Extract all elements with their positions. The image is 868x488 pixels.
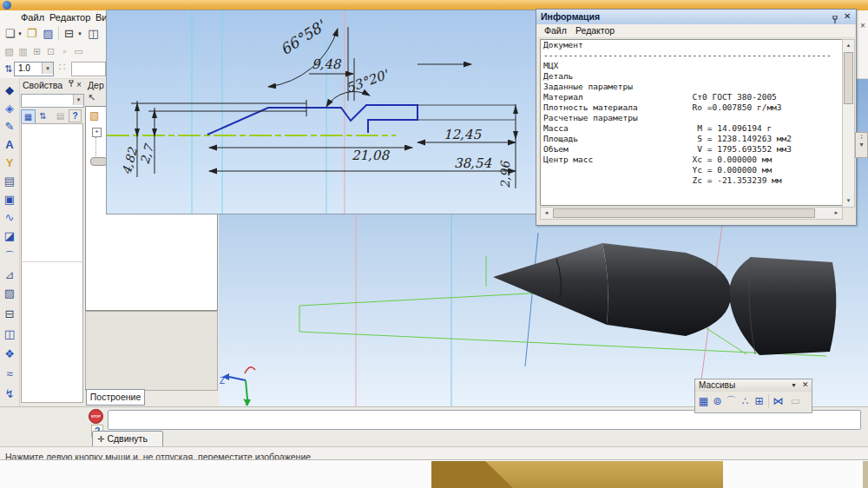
pan-command-tab[interactable]: ✛Сдвинуть xyxy=(92,431,163,448)
disabled-array-icon[interactable]: ▭ xyxy=(789,393,802,409)
curve-array-icon[interactable]: ⌒ xyxy=(725,393,738,409)
scroll-left-icon[interactable]: ◄ xyxy=(541,208,552,219)
grid-array-icon[interactable]: ▦ xyxy=(697,393,710,409)
floating-close-icon[interactable]: × xyxy=(858,21,868,31)
properties-combo[interactable]: ▾ xyxy=(21,94,84,108)
scroll-up-icon[interactable]: ▲ xyxy=(843,40,854,51)
sketch-profile[interactable] xyxy=(207,105,418,135)
toolbar-empty-field[interactable] xyxy=(71,62,106,76)
tab-construction[interactable]: Построение xyxy=(86,389,145,406)
hscroll-thumb[interactable] xyxy=(553,208,815,218)
info-close-icon[interactable]: ✕ xyxy=(844,11,851,21)
info-line: Заданные параметры xyxy=(541,82,842,92)
tool-filter-icon[interactable]: Y xyxy=(2,155,17,173)
grid-dots-icon[interactable]: ∷ xyxy=(56,60,69,74)
tool-plane-icon[interactable]: ◈ xyxy=(2,100,17,118)
print-icon[interactable]: ⊟ xyxy=(62,25,76,43)
page-bottom-strip xyxy=(0,459,868,488)
mirror-array-icon[interactable]: ⋈ xyxy=(772,393,785,409)
properties-body xyxy=(21,123,83,403)
tree-expand-icon[interactable]: + xyxy=(92,128,102,137)
info-line: МЦХ xyxy=(541,61,842,71)
selection-area-icon[interactable]: ▭ xyxy=(72,44,85,58)
axis-y-label: Y xyxy=(243,398,249,406)
information-titlebar[interactable]: Информация ✕ xyxy=(536,10,856,24)
part-icon[interactable]: ▧ xyxy=(89,109,99,122)
tree-connector xyxy=(95,137,97,156)
copy-object-icon[interactable]: ▧ xyxy=(3,44,16,58)
dim-296: 2,96 xyxy=(498,161,512,188)
props-grid-icon[interactable]: ▦ xyxy=(21,109,36,124)
tool-hatch-icon[interactable]: ▨ xyxy=(2,285,17,303)
paste-icon[interactable]: ⊡ xyxy=(44,44,57,58)
tool-measure-icon[interactable]: ↯ xyxy=(2,386,17,404)
tool-curve-icon[interactable]: ⌒ xyxy=(2,248,17,267)
pan-command-label: Сдвинуть xyxy=(107,433,147,444)
info-line: Материал Ст0 ГОСТ 380-2005 xyxy=(541,92,842,102)
props-copy-icon[interactable]: ▤ xyxy=(54,109,67,122)
tool-solid-icon[interactable]: ◆ xyxy=(2,82,17,100)
arrays-collapse-icon[interactable]: ▼ xyxy=(791,382,797,388)
tool-window-icon[interactable]: ▣ xyxy=(2,191,17,209)
tool-print-icon[interactable]: ⊟ xyxy=(2,306,17,324)
dim-27: 2,7 xyxy=(137,142,156,166)
tool-surface-icon[interactable]: ∿ xyxy=(2,209,17,228)
vscroll-thumb[interactable] xyxy=(844,52,853,104)
info-vertical-scrollbar[interactable]: ▲ ▼ xyxy=(842,39,855,208)
print-preview-icon[interactable]: ◫ xyxy=(86,25,101,43)
sketch-canvas: 66°58' 9,48 53°20' 12,45 21,08 38,54 2,9… xyxy=(107,10,538,214)
save-icon[interactable]: ▨ xyxy=(41,25,56,43)
spindle-model[interactable] xyxy=(493,243,836,355)
info-horizontal-scrollbar[interactable]: ◄ ► xyxy=(540,207,843,220)
tool-fragment-icon[interactable]: ◫ xyxy=(2,326,17,344)
open-icon[interactable]: ❐ xyxy=(24,25,39,43)
scroll-right-icon[interactable]: ► xyxy=(831,208,842,219)
props-sort-icon[interactable]: ⇅ xyxy=(36,109,49,122)
status-bar: Нажмите левую кнопку мыши и, не отпуская… xyxy=(0,446,868,460)
scroll-down-icon[interactable]: ▼ xyxy=(843,195,854,207)
info-menu-file[interactable]: Файл xyxy=(544,25,567,36)
selection-frame-icon[interactable]: ▫ xyxy=(58,44,71,58)
table-array-icon[interactable]: ⊞ xyxy=(753,393,766,409)
info-line: ----------------------------------------… xyxy=(541,50,842,61)
copy-properties-icon[interactable]: ▥ xyxy=(16,44,30,58)
arrays-close-icon[interactable]: ✕ xyxy=(802,380,809,389)
menu-editor[interactable]: Редактор xyxy=(49,11,90,23)
info-line: Центр масс Xc = 0.000000 мм xyxy=(541,155,842,165)
info-line: Масса M = 14.096194 г xyxy=(541,123,842,134)
tool-sheet-icon[interactable]: ▤ xyxy=(2,173,17,191)
new-dropdown-icon[interactable]: ▾ xyxy=(16,25,23,43)
arrays-titlebar[interactable]: Массивы ▼ ✕ xyxy=(695,379,812,392)
circular-array-icon[interactable]: ⊚ xyxy=(711,393,724,409)
properties-combo-arrow-icon[interactable]: ▾ xyxy=(73,95,83,105)
tool-contour-icon[interactable]: ⊿ xyxy=(2,267,17,285)
sketch-window[interactable]: 66°58' 9,48 53°20' 12,45 21,08 38,54 2,9… xyxy=(106,10,539,214)
zoom-combo-arrow-icon[interactable]: ▾ xyxy=(42,63,53,74)
tree-filter-icon[interactable]: ↖ xyxy=(88,92,95,103)
compact-tool-panel: ◆ ◈ ✎ A Y ▤ ▣ ∿ ◪ ⌒ ⊿ ▨ ⊟ ◫ ❖ ≈ ↯ ? ▸ xyxy=(0,78,20,417)
info-line: Yc = 0.000000 мм xyxy=(541,165,842,175)
tool-array-icon[interactable]: ❖ xyxy=(2,346,17,364)
properties-close-icon[interactable]: × xyxy=(76,80,82,89)
information-menubar: Файл Редактор xyxy=(537,24,855,38)
properties-pin-icon[interactable] xyxy=(68,80,75,89)
menu-file[interactable]: Файл xyxy=(21,11,44,23)
move-arrows-icon: ✛ xyxy=(97,434,104,444)
tool-sketch-icon[interactable]: ✎ xyxy=(2,118,17,136)
toolbar-overflow-chevron[interactable]: ⁞ ▾ xyxy=(855,132,868,158)
new-document-icon[interactable]: ❏ xyxy=(3,25,17,43)
stop-icon[interactable]: STOP xyxy=(89,409,103,424)
props-help-icon[interactable]: ? xyxy=(69,109,82,122)
arrays-toolbar: Массивы ▼ ✕ ▦ ⊚ ⌒ ∴ ⊞ ⋈ ▭ xyxy=(694,379,812,413)
points-array-icon[interactable]: ∴ xyxy=(739,393,752,409)
dim-1245: 12,45 xyxy=(444,127,482,142)
info-menu-editor[interactable]: Редактор xyxy=(575,25,615,36)
print-dropdown-icon[interactable]: ▾ xyxy=(76,25,83,43)
tool-waves-icon[interactable]: ≈ xyxy=(2,366,17,384)
tree-item-collapsed[interactable] xyxy=(90,157,108,166)
insert-object-icon[interactable]: ⊞ xyxy=(30,44,43,58)
dim-2108: 21,08 xyxy=(352,148,390,163)
tool-text-icon[interactable]: A xyxy=(2,136,17,155)
zoom-level-combo[interactable]: 1.0 ▾ xyxy=(14,62,54,76)
tool-body-icon[interactable]: ◪ xyxy=(2,228,17,246)
